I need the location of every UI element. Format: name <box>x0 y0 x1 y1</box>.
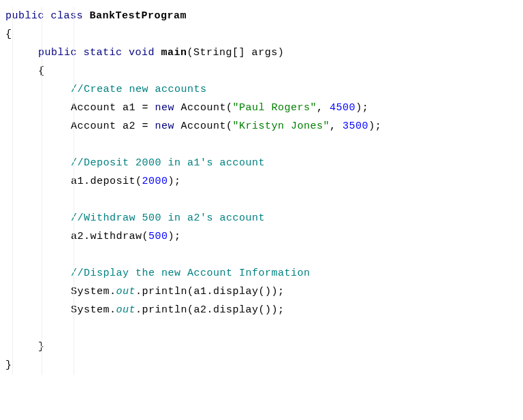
code-line: a1.deposit(2000); <box>5 172 523 191</box>
string-literal: "Paul Rogers" <box>233 102 317 114</box>
indent-guide <box>42 7 42 374</box>
code-text: , <box>330 120 343 132</box>
code-line: public static void main(String[] args) <box>5 44 523 62</box>
method-name: main <box>161 47 187 59</box>
class-name: BankTestProgram <box>90 10 187 22</box>
code-line: Account a2 = new Account("Kristyn Jones"… <box>5 117 523 135</box>
indent-guide <box>12 7 13 374</box>
code-line: //Display the new Account Information <box>5 264 523 282</box>
code-line: //Create new accounts <box>5 80 523 99</box>
blank-line <box>5 246 523 264</box>
code-line: { <box>5 25 523 44</box>
keyword: new <box>155 120 175 132</box>
code-text: .println(a2.display()); <box>136 304 285 316</box>
code-text: Account a1 = <box>71 102 155 114</box>
code-text: System. <box>71 304 116 316</box>
comment: //Display the new Account Information <box>71 268 311 279</box>
blank-line <box>5 135 523 154</box>
number-literal: 3500 <box>343 120 368 132</box>
code-text: a2.withdraw( <box>71 231 148 242</box>
comment: //Withdraw 500 in a2's account <box>71 212 265 224</box>
code-line: public class BankTestProgram <box>5 7 523 25</box>
code-text: ); <box>168 176 181 187</box>
code-line: //Deposit 2000 in a1's account <box>5 154 523 172</box>
indent-guide <box>74 7 74 374</box>
code-line: } <box>5 338 523 356</box>
code-text: a1.deposit( <box>71 176 142 187</box>
static-field: out <box>116 304 136 316</box>
params: (String[] args) <box>187 47 285 59</box>
keyword: public <box>5 10 44 22</box>
code-text: ); <box>368 120 381 132</box>
keyword: void <box>129 47 155 59</box>
number-literal: 500 <box>148 231 168 242</box>
code-text: .println(a1.display()); <box>136 286 285 297</box>
code-text: ); <box>168 231 181 242</box>
code-text: ); <box>355 102 368 114</box>
keyword: public <box>38 47 77 59</box>
code-text: Account( <box>174 102 233 114</box>
keyword: new <box>155 102 175 114</box>
keyword: class <box>51 10 84 22</box>
code-text: System. <box>71 286 116 297</box>
string-literal: "Kristyn Jones" <box>233 120 330 132</box>
code-block: public class BankTestProgram { public st… <box>5 7 523 374</box>
code-text: , <box>317 102 330 114</box>
code-line: //Withdraw 500 in a2's account <box>5 209 523 227</box>
code-line: } <box>5 356 523 374</box>
blank-line <box>5 319 523 338</box>
blank-line <box>5 191 523 209</box>
number-literal: 2000 <box>142 176 168 187</box>
brace: } <box>5 359 12 371</box>
code-line: { <box>5 62 523 80</box>
code-line: a2.withdraw(500); <box>5 227 523 246</box>
code-line: System.out.println(a1.display()); <box>5 282 523 301</box>
code-text: Account a2 = <box>71 120 155 132</box>
code-line: Account a1 = new Account("Paul Rogers", … <box>5 99 523 117</box>
brace: { <box>5 29 12 40</box>
keyword: static <box>84 47 123 59</box>
number-literal: 4500 <box>330 102 355 114</box>
static-field: out <box>116 286 136 297</box>
comment: //Deposit 2000 in a1's account <box>71 157 265 169</box>
code-text: Account( <box>174 120 233 132</box>
code-line: System.out.println(a2.display()); <box>5 301 523 319</box>
comment: //Create new accounts <box>71 84 207 95</box>
